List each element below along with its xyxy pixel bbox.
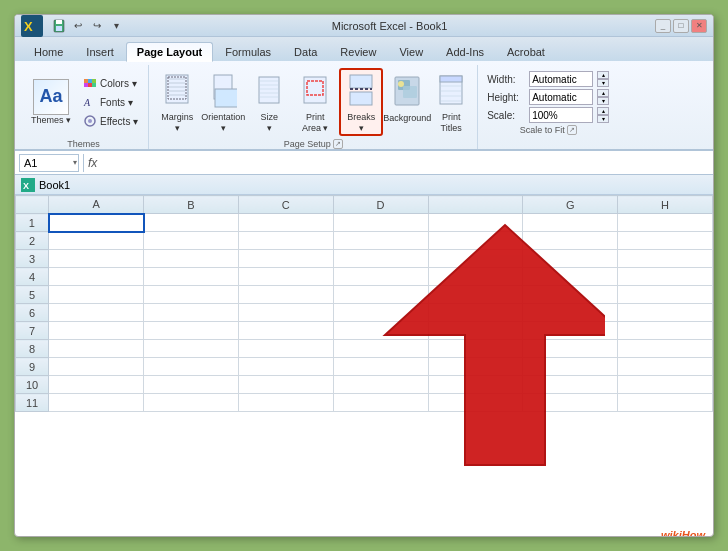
- width-down-btn[interactable]: ▾: [597, 79, 609, 87]
- cell-d8[interactable]: [333, 340, 428, 358]
- tab-home[interactable]: Home: [23, 42, 74, 61]
- size-button[interactable]: Size▾: [247, 69, 291, 135]
- cell-b10[interactable]: [144, 376, 239, 394]
- themes-button[interactable]: Aa Themes ▾: [25, 74, 77, 130]
- save-quick-btn[interactable]: [51, 18, 67, 34]
- cell-a10[interactable]: [49, 376, 144, 394]
- cell-a9[interactable]: [49, 358, 144, 376]
- cell-b6[interactable]: [144, 304, 239, 322]
- col-header-c[interactable]: C: [238, 196, 333, 214]
- cell-a1[interactable]: [49, 214, 144, 232]
- cell-h3[interactable]: [618, 250, 713, 268]
- cell-d7[interactable]: [333, 322, 428, 340]
- col-header-b[interactable]: B: [144, 196, 239, 214]
- col-header-h[interactable]: H: [618, 196, 713, 214]
- cell-g11[interactable]: [523, 394, 618, 412]
- cell-c2[interactable]: [238, 232, 333, 250]
- cell-c11[interactable]: [238, 394, 333, 412]
- cell-g8[interactable]: [523, 340, 618, 358]
- cell-c4[interactable]: [238, 268, 333, 286]
- office-logo-icon[interactable]: X: [21, 15, 43, 37]
- cell-d2[interactable]: [333, 232, 428, 250]
- cell-g3[interactable]: [523, 250, 618, 268]
- cell-b2[interactable]: [144, 232, 239, 250]
- cell-c1[interactable]: [238, 214, 333, 232]
- height-down-btn[interactable]: ▾: [597, 97, 609, 105]
- redo-quick-btn[interactable]: ↪: [89, 18, 105, 34]
- cell-c5[interactable]: [238, 286, 333, 304]
- margins-button[interactable]: Margins▾: [155, 69, 199, 135]
- cell-c8[interactable]: [238, 340, 333, 358]
- cell-h7[interactable]: [618, 322, 713, 340]
- cell-a8[interactable]: [49, 340, 144, 358]
- scale-spinner[interactable]: ▴ ▾: [597, 107, 609, 123]
- tab-data[interactable]: Data: [283, 42, 328, 61]
- cell-b3[interactable]: [144, 250, 239, 268]
- cell-reference-box[interactable]: A1 ▾: [19, 154, 79, 172]
- cell-a2[interactable]: [49, 232, 144, 250]
- cell-a6[interactable]: [49, 304, 144, 322]
- cell-e11[interactable]: [428, 394, 523, 412]
- cell-e8[interactable]: [428, 340, 523, 358]
- cell-b4[interactable]: [144, 268, 239, 286]
- width-up-btn[interactable]: ▴: [597, 71, 609, 79]
- fonts-button[interactable]: A Fonts ▾: [79, 93, 142, 111]
- cell-a5[interactable]: [49, 286, 144, 304]
- cell-d9[interactable]: [333, 358, 428, 376]
- tab-page-layout[interactable]: Page Layout: [126, 42, 213, 62]
- scale-expand-icon[interactable]: ↗: [567, 125, 577, 135]
- width-spinner[interactable]: ▴ ▾: [597, 71, 609, 87]
- cell-g10[interactable]: [523, 376, 618, 394]
- col-header-e[interactable]: [428, 196, 523, 214]
- cell-g1[interactable]: [523, 214, 618, 232]
- cell-e7[interactable]: [428, 322, 523, 340]
- col-header-a[interactable]: A: [49, 196, 144, 214]
- cell-c7[interactable]: [238, 322, 333, 340]
- cell-e10[interactable]: [428, 376, 523, 394]
- cell-g9[interactable]: [523, 358, 618, 376]
- scale-down-btn[interactable]: ▾: [597, 115, 609, 123]
- cell-a3[interactable]: [49, 250, 144, 268]
- print-titles-button[interactable]: PrintTitles: [431, 69, 471, 135]
- col-header-d[interactable]: D: [333, 196, 428, 214]
- cell-e3[interactable]: [428, 250, 523, 268]
- cell-c3[interactable]: [238, 250, 333, 268]
- colors-button[interactable]: Colors ▾: [79, 74, 142, 92]
- cell-b9[interactable]: [144, 358, 239, 376]
- cell-e4[interactable]: [428, 268, 523, 286]
- cell-d3[interactable]: [333, 250, 428, 268]
- cell-g7[interactable]: [523, 322, 618, 340]
- width-input[interactable]: [529, 71, 593, 87]
- tab-addins[interactable]: Add-Ins: [435, 42, 495, 61]
- cell-d6[interactable]: [333, 304, 428, 322]
- cell-h6[interactable]: [618, 304, 713, 322]
- cell-g4[interactable]: [523, 268, 618, 286]
- background-button[interactable]: Background: [385, 70, 429, 134]
- cell-h5[interactable]: [618, 286, 713, 304]
- orientation-button[interactable]: Orientation▾: [201, 69, 245, 135]
- cell-e9[interactable]: [428, 358, 523, 376]
- breaks-button[interactable]: Breaks▾: [339, 68, 383, 136]
- height-input[interactable]: [529, 89, 593, 105]
- scale-up-btn[interactable]: ▴: [597, 107, 609, 115]
- cell-d4[interactable]: [333, 268, 428, 286]
- tab-acrobat[interactable]: Acrobat: [496, 42, 556, 61]
- tab-formulas[interactable]: Formulas: [214, 42, 282, 61]
- cell-g6[interactable]: [523, 304, 618, 322]
- cell-d5[interactable]: [333, 286, 428, 304]
- cell-d11[interactable]: [333, 394, 428, 412]
- cell-e2[interactable]: [428, 232, 523, 250]
- formula-input[interactable]: [101, 154, 709, 172]
- cell-b11[interactable]: [144, 394, 239, 412]
- tab-review[interactable]: Review: [329, 42, 387, 61]
- cell-a4[interactable]: [49, 268, 144, 286]
- cell-b8[interactable]: [144, 340, 239, 358]
- tab-view[interactable]: View: [388, 42, 434, 61]
- cell-a7[interactable]: [49, 322, 144, 340]
- cell-g2[interactable]: [523, 232, 618, 250]
- customize-quick-btn[interactable]: ▾: [108, 18, 124, 34]
- close-btn[interactable]: ✕: [691, 19, 707, 33]
- col-header-g[interactable]: G: [523, 196, 618, 214]
- cell-c6[interactable]: [238, 304, 333, 322]
- cell-e5[interactable]: [428, 286, 523, 304]
